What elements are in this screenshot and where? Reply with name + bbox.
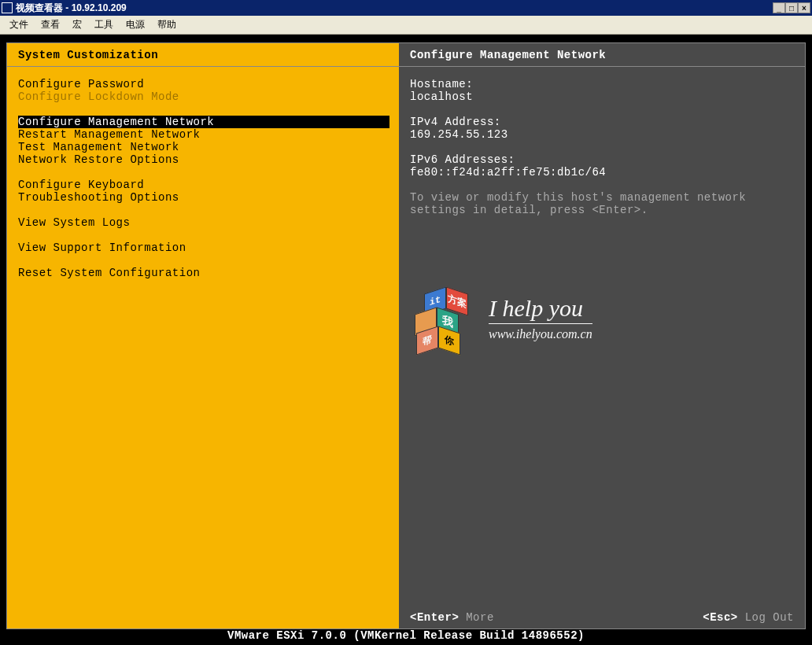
window-titlebar: 视频查看器 - 10.92.10.209 _ □ × (0, 0, 812, 16)
watermark: it 方案 我 帮 你 I help you www.ihelyou.com.c… (415, 287, 592, 348)
ipv6-block: IPv6 Addresses: fe80::f24d:a2ff:fe75:db1… (410, 153, 794, 179)
ipv6-label: IPv6 Addresses: (410, 153, 794, 166)
menu-item[interactable]: Troubleshooting Options (18, 191, 388, 204)
menu-power[interactable]: 电源 (120, 17, 151, 33)
minimize-button[interactable]: _ (773, 2, 785, 13)
menu-item[interactable]: Configure Password (18, 78, 388, 90)
footer-keys: <Enter> More <Esc> Log Out (410, 611, 794, 624)
watermark-cube-icon: it 方案 我 帮 你 (415, 287, 476, 348)
hostname-block: Hostname: localhost (410, 78, 794, 103)
menu-help[interactable]: 帮助 (151, 17, 183, 33)
console-area: System Customization Configure PasswordC… (0, 35, 812, 645)
window-app-icon (2, 2, 13, 13)
hint-text: To view or modify this host's management… (410, 191, 794, 216)
footer-enter: <Enter> More (410, 611, 494, 624)
menu-list: Configure PasswordConfigure Lockdown Mod… (7, 67, 399, 628)
esc-key[interactable]: <Esc> (703, 611, 738, 624)
window-buttons: _ □ × (773, 2, 810, 13)
console-inner: System Customization Configure PasswordC… (6, 42, 806, 629)
right-pane: Configure Management Network Hostname: l… (399, 43, 805, 628)
ipv4-value: 169.254.55.123 (410, 128, 794, 141)
menu-group: Reset System Configuration (18, 267, 388, 279)
menu-group: View Support Information (18, 241, 388, 254)
enter-key[interactable]: <Enter> (410, 611, 459, 624)
watermark-text: I help you www.ihelyou.com.cn (489, 295, 592, 341)
esc-label: Log Out (745, 611, 794, 624)
menu-item[interactable]: Test Management Network (18, 141, 388, 153)
close-button[interactable]: × (798, 2, 810, 13)
menu-file[interactable]: 文件 (3, 17, 35, 33)
menu-item[interactable]: Network Restore Options (18, 153, 388, 166)
maximize-button[interactable]: □ (785, 2, 798, 13)
ipv4-label: IPv4 Address: (410, 116, 794, 128)
watermark-url: www.ihelyou.com.cn (489, 327, 592, 341)
menu-item[interactable]: Reset System Configuration (18, 267, 388, 279)
detail-panel: Hostname: localhost IPv4 Address: 169.25… (399, 67, 805, 628)
watermark-title: I help you (489, 295, 592, 324)
right-pane-header: Configure Management Network (399, 43, 805, 67)
menu-group: View System Logs (18, 216, 388, 229)
ipv6-value: fe80::f24d:a2ff:fe75:db1c/64 (410, 166, 794, 179)
left-pane: System Customization Configure PasswordC… (7, 43, 399, 628)
menu-item[interactable]: Configure Lockdown Mode (18, 90, 388, 103)
version-line: VMware ESXi 7.0.0 (VMKernel Release Buil… (0, 629, 812, 642)
enter-label: More (466, 611, 494, 624)
left-pane-header: System Customization (7, 43, 399, 67)
menu-item[interactable]: View System Logs (18, 216, 388, 229)
window-title: 视频查看器 - 10.92.10.209 (16, 2, 773, 15)
footer-esc: <Esc> Log Out (703, 611, 794, 624)
ipv4-block: IPv4 Address: 169.254.55.123 (410, 116, 794, 141)
menu-group: Configure PasswordConfigure Lockdown Mod… (18, 78, 388, 103)
hostname-value: localhost (410, 90, 794, 103)
hostname-label: Hostname: (410, 78, 794, 90)
menu-item[interactable]: Configure Keyboard (18, 179, 388, 191)
menu-group: Configure KeyboardTroubleshooting Option… (18, 179, 388, 204)
menu-view[interactable]: 查看 (35, 17, 66, 33)
menubar: 文件 查看 宏 工具 电源 帮助 (0, 16, 812, 35)
menu-item[interactable]: View Support Information (18, 241, 388, 254)
menu-item[interactable]: Configure Management Network (18, 116, 389, 128)
menu-item[interactable]: Restart Management Network (18, 128, 388, 141)
menu-group: Configure Management NetworkRestart Mana… (18, 116, 388, 166)
menu-macro[interactable]: 宏 (66, 17, 88, 33)
menu-tools[interactable]: 工具 (88, 17, 120, 33)
